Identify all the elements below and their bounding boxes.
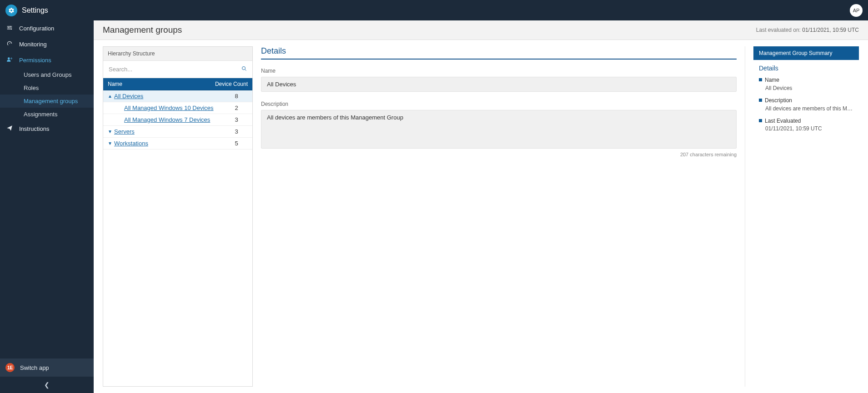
column-name: Name bbox=[108, 81, 207, 87]
search-icon[interactable] bbox=[240, 66, 249, 73]
tree-row[interactable]: ▲All Devices8 bbox=[103, 90, 252, 102]
sidebar-item-monitoring[interactable]: Monitoring bbox=[0, 36, 94, 52]
sidebar-subitem-roles[interactable]: Roles bbox=[0, 81, 94, 95]
summary-panel: Management Group Summary Details NameAll… bbox=[753, 46, 859, 387]
description-field-label: Description bbox=[261, 101, 737, 107]
summary-item-value: All Devices bbox=[765, 85, 853, 91]
hierarchy-tree: ▲All Devices8All Managed Windows 10 Devi… bbox=[103, 90, 252, 386]
chevron-left-icon: ❮ bbox=[44, 381, 50, 388]
tree-row-label[interactable]: All Managed Windows 7 Devices bbox=[124, 116, 225, 123]
switch-app-button[interactable]: 1E Switch app bbox=[0, 358, 94, 377]
summary-item: Last Evaluated01/11/2021, 10:59 UTC bbox=[759, 117, 853, 132]
tree-row-count: 2 bbox=[225, 104, 248, 111]
page-title: Management groups bbox=[103, 25, 182, 35]
last-evaluated: Last evaluated on: 01/11/2021, 10:59 UTC bbox=[756, 27, 859, 33]
bullet-icon bbox=[759, 119, 762, 122]
tree-row-count: 5 bbox=[225, 140, 248, 147]
name-field-input[interactable] bbox=[261, 77, 737, 92]
user-gear-icon bbox=[5, 56, 14, 64]
sliders-icon bbox=[5, 25, 14, 32]
chevron-up-icon[interactable]: ▲ bbox=[108, 94, 114, 99]
page-header: Management groups Last evaluated on: 01/… bbox=[94, 20, 868, 40]
column-device-count: Device Count bbox=[207, 81, 248, 87]
sidebar-subitem-users-and-groups[interactable]: Users and Groups bbox=[0, 68, 94, 81]
chevron-down-icon[interactable]: ▼ bbox=[108, 129, 114, 134]
name-field-label: Name bbox=[261, 68, 737, 74]
summary-item-label: Last Evaluated bbox=[765, 117, 801, 124]
sidebar: Configuration Monitoring Permissions bbox=[0, 20, 94, 393]
user-avatar[interactable]: AP bbox=[850, 4, 863, 17]
app-title: Settings bbox=[22, 6, 48, 15]
tree-row-count: 3 bbox=[225, 128, 248, 135]
collapse-sidebar-button[interactable]: ❮ bbox=[0, 377, 94, 393]
svg-point-4 bbox=[11, 58, 12, 59]
sidebar-subitem-label: Management groups bbox=[24, 98, 78, 104]
sidebar-subitem-label: Users and Groups bbox=[24, 71, 72, 78]
summary-item-value: All devices are members of this Manag... bbox=[765, 105, 853, 112]
sidebar-item-label: Configuration bbox=[19, 25, 54, 32]
svg-point-3 bbox=[8, 57, 10, 60]
sidebar-item-configuration[interactable]: Configuration bbox=[0, 20, 94, 36]
app-logo-icon bbox=[5, 5, 17, 16]
hierarchy-search-input[interactable] bbox=[107, 64, 240, 75]
hierarchy-table-header: Name Device Count bbox=[103, 78, 252, 90]
sidebar-item-instructions[interactable]: Instructions bbox=[0, 121, 94, 137]
description-field-textarea[interactable] bbox=[261, 110, 737, 149]
bullet-icon bbox=[759, 78, 762, 81]
summary-item: NameAll Devices bbox=[759, 76, 853, 91]
tree-row-label[interactable]: All Managed Windows 10 Devices bbox=[124, 104, 225, 111]
svg-point-0 bbox=[10, 26, 11, 27]
sidebar-item-label: Permissions bbox=[19, 57, 51, 64]
tree-row-label[interactable]: Workstations bbox=[114, 140, 225, 147]
summary-item: DescriptionAll devices are members of th… bbox=[759, 97, 853, 112]
switch-app-label: Switch app bbox=[20, 364, 49, 371]
main-content: Management groups Last evaluated on: 01/… bbox=[94, 20, 868, 393]
tree-row[interactable]: ▼Workstations5 bbox=[103, 138, 252, 149]
sidebar-subitem-label: Assignments bbox=[24, 111, 57, 118]
chars-remaining: 207 characters remaining bbox=[261, 152, 737, 157]
chevron-down-icon[interactable]: ▼ bbox=[108, 141, 114, 146]
tree-row[interactable]: ▼Servers3 bbox=[103, 126, 252, 138]
svg-point-1 bbox=[8, 27, 9, 28]
tree-row-count: 3 bbox=[225, 116, 248, 123]
summary-item-value: 01/11/2021, 10:59 UTC bbox=[765, 125, 853, 132]
tree-row-label[interactable]: Servers bbox=[114, 128, 225, 135]
sidebar-subitem-assignments[interactable]: Assignments bbox=[0, 108, 94, 121]
summary-item-label: Name bbox=[765, 77, 779, 83]
tree-row-label[interactable]: All Devices bbox=[114, 93, 225, 99]
svg-point-5 bbox=[242, 67, 246, 70]
tree-row[interactable]: All Managed Windows 7 Devices3 bbox=[103, 114, 252, 126]
bullet-icon bbox=[759, 99, 762, 102]
hierarchy-panel: Hierarchy Structure Name Device Count ▲A… bbox=[103, 46, 253, 387]
gauge-icon bbox=[5, 40, 14, 48]
sidebar-item-label: Monitoring bbox=[19, 41, 47, 48]
tree-row[interactable]: All Managed Windows 10 Devices2 bbox=[103, 102, 252, 114]
summary-item-label: Description bbox=[765, 97, 792, 104]
svg-point-2 bbox=[11, 29, 12, 30]
last-evaluated-label: Last evaluated on: bbox=[756, 27, 801, 33]
last-evaluated-value: 01/11/2021, 10:59 UTC bbox=[802, 27, 859, 33]
paper-plane-icon bbox=[5, 125, 14, 133]
details-panel: Details Name Description 207 characters … bbox=[261, 46, 745, 387]
sidebar-item-label: Instructions bbox=[19, 125, 49, 132]
sidebar-subitem-management-groups[interactable]: Management groups bbox=[0, 95, 94, 108]
tree-row-count: 8 bbox=[225, 93, 248, 99]
sidebar-subitem-label: Roles bbox=[24, 85, 39, 91]
summary-header: Management Group Summary bbox=[753, 46, 859, 60]
details-heading: Details bbox=[261, 46, 737, 60]
hierarchy-panel-title: Hierarchy Structure bbox=[103, 47, 252, 61]
summary-subheading: Details bbox=[759, 65, 853, 72]
switch-app-icon: 1E bbox=[5, 363, 15, 372]
sidebar-item-permissions[interactable]: Permissions bbox=[0, 52, 94, 68]
top-bar: Settings AP bbox=[0, 0, 868, 20]
